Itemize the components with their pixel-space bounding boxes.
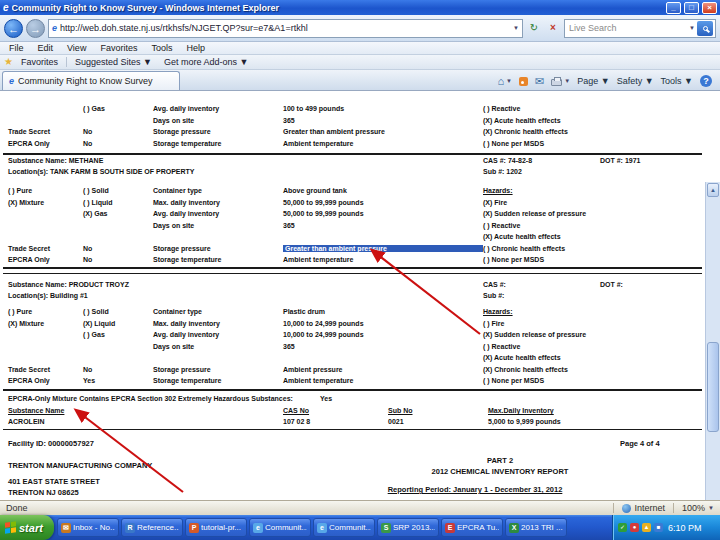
report-cell: ( ) Pure [8, 187, 83, 194]
menu-bar: FileEditViewFavoritesToolsHelp [0, 42, 720, 55]
feeds-button[interactable] [519, 77, 528, 86]
section-divider [3, 429, 702, 430]
report-cell: Storage pressure [153, 245, 283, 252]
address-field[interactable]: e http://web.doh.state.nj.us/rtkhsfs/NJG… [48, 19, 523, 38]
ehs-sub: 0021 [388, 418, 404, 425]
tools-menu-button[interactable]: Tools ▼ [661, 76, 693, 86]
report-cell: Hazards: [483, 308, 705, 315]
taskbar-button[interactable]: eCommunit... [313, 518, 375, 537]
tab-community-survey[interactable]: e Community Right to Know Survey [2, 71, 180, 90]
report-cell: ( ) Gas [83, 105, 153, 112]
suggested-sites-button[interactable]: Suggested Sites ▼ [71, 57, 156, 67]
report-row: Trade SecretNoStorage pressureAmbient pr… [0, 364, 705, 376]
back-button[interactable]: ← [4, 19, 23, 38]
ehs-statement: EPCRA-Only Mixture Contains EPCRA Sectio… [8, 395, 293, 402]
search-box[interactable]: Live Search ▼ [564, 19, 716, 38]
report-row: (X) Acute health effects [0, 352, 705, 364]
favorites-button[interactable]: Favorites [17, 57, 62, 67]
report-cell: Days on site [153, 222, 283, 229]
menu-item[interactable]: Favorites [93, 43, 144, 53]
report-document: ( ) GasAvg. daily inventory100 to 499 po… [0, 91, 705, 500]
report-cell: (X) Acute health effects [483, 354, 705, 361]
report-cell: Ambient temperature [283, 256, 483, 263]
substance-header: Substance Name: PRODUCT TROYZ CAS #: DOT… [0, 281, 705, 292]
tray-icon[interactable]: ● [630, 523, 639, 532]
taskbar-button-label: Reference... [137, 523, 179, 532]
home-button[interactable]: ⌂▼ [497, 75, 512, 87]
report-cell: (X) Liquid [83, 320, 153, 327]
minimize-button[interactable]: _ [666, 2, 681, 14]
report-cell: 10,000 to 24,999 pounds [283, 320, 483, 327]
page-menu-button[interactable]: Page ▼ [577, 76, 609, 86]
address-dropdown-icon[interactable]: ▼ [513, 25, 519, 31]
status-text: Done [6, 503, 605, 513]
windows-flag-icon [5, 521, 16, 534]
tray-icon[interactable]: ■ [654, 523, 663, 532]
report-cell: Storage temperature [153, 140, 283, 147]
zoom-control[interactable]: 100% ▼ [673, 503, 714, 513]
report-cell: Max. daily inventory [153, 199, 283, 206]
report-cell: (X) Chronic health effects [483, 366, 705, 373]
report-cell: ( ) None per MSDS [483, 256, 705, 263]
cas-number: CAS #: [483, 281, 506, 288]
search-dropdown-icon[interactable]: ▼ [689, 25, 695, 31]
report-cell: ( ) Solid [83, 308, 153, 315]
get-addons-button[interactable]: Get more Add-ons ▼ [160, 57, 252, 67]
refresh-button[interactable]: ↻ [526, 20, 542, 36]
taskbar-button[interactable]: eCommunit... [249, 518, 311, 537]
dot-number: DOT #: 1971 [600, 157, 640, 164]
start-button[interactable]: start [0, 515, 54, 540]
report-cell: Ambient temperature [283, 140, 483, 147]
taskbar-button-label: 2013 TRI ... [521, 523, 563, 532]
substance-location-row: Location(s): TANK FARM B SOUTH SIDE OF P… [0, 168, 705, 179]
report-cell: Avg. daily inventory [153, 210, 283, 217]
substance-location-row: Location(s): Building #1 Sub #: [0, 292, 705, 303]
taskbar-button-label: Communit... [329, 523, 371, 532]
print-button[interactable]: ▼ [551, 75, 570, 87]
safety-menu-button[interactable]: Safety ▼ [617, 76, 654, 86]
taskbar-button-label: Inbox - No... [73, 523, 115, 532]
search-button[interactable] [697, 21, 713, 36]
page-number: Page 4 of 4 [620, 439, 660, 448]
read-mail-button[interactable]: ✉ [535, 75, 544, 87]
menu-item[interactable]: Help [179, 43, 212, 53]
section-divider [3, 153, 702, 155]
scrollbar-thumb[interactable] [707, 342, 719, 432]
taskbar-button[interactable]: SSRP 2013... [377, 518, 439, 537]
maximize-button[interactable]: □ [684, 2, 699, 14]
tray-icon[interactable]: ▲ [642, 523, 651, 532]
menu-item[interactable]: View [60, 43, 93, 53]
taskbar-button-label: Communit... [265, 523, 307, 532]
stop-button[interactable]: × [545, 20, 561, 36]
report-cell: ( ) Fire [483, 320, 705, 327]
help-button[interactable]: ? [700, 75, 712, 87]
report-cell: (X) Sudden release of pressure [483, 210, 705, 217]
report-cell: 50,000 to 99,999 pounds [283, 199, 483, 206]
forward-button[interactable]: → [26, 19, 45, 38]
report-row: ( ) Pure( ) SolidContainer typeAbove gro… [0, 185, 705, 197]
menu-item[interactable]: Tools [144, 43, 179, 53]
taskbar-button[interactable]: X2013 TRI ... [505, 518, 567, 537]
company-address: 401 EAST STATE STREET [8, 477, 100, 486]
close-button[interactable]: × [702, 2, 717, 14]
report-cell: ( ) Reactive [483, 222, 705, 229]
menu-item[interactable]: Edit [31, 43, 61, 53]
report-part: PART 2 [390, 456, 610, 465]
taskbar-button[interactable]: ✉Inbox - No... [57, 518, 119, 537]
tray-icon[interactable]: ✓ [618, 523, 627, 532]
taskbar-button[interactable]: RReference... [121, 518, 183, 537]
report-title: 2012 CHEMICAL INVENTORY REPORT [390, 467, 610, 476]
taskbar-button-icon: E [445, 523, 455, 533]
report-cell: 365 [283, 117, 483, 124]
taskbar-button[interactable]: EEPCRA Tu... [441, 518, 503, 537]
report-row: (X) Mixture(X) LiquidMax. daily inventor… [0, 318, 705, 330]
report-cell: EPCRA Only [8, 256, 83, 263]
report-cell: No [83, 366, 153, 373]
scroll-up-button[interactable]: ▲ [707, 183, 719, 197]
report-cell: Storage temperature [153, 377, 283, 384]
menu-item[interactable]: File [2, 43, 31, 53]
report-row: EPCRA OnlyNoStorage temperatureAmbient t… [0, 254, 705, 266]
report-cell: 10,000 to 24,999 pounds [283, 331, 483, 338]
taskbar-button[interactable]: Ptutorial-pr... [185, 518, 247, 537]
vertical-scrollbar[interactable]: ▲ ▼ [705, 182, 720, 540]
